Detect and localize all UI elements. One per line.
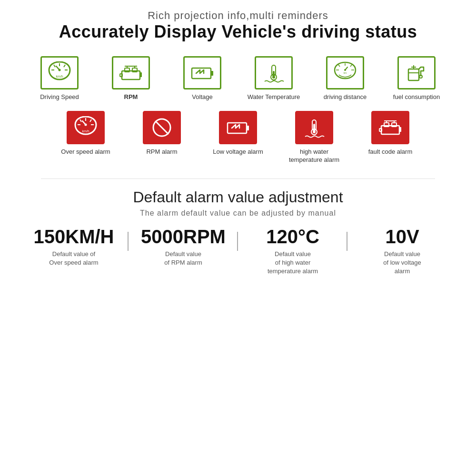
icon-box-fuel-consumption	[397, 56, 436, 89]
speedometer-icon: km/h	[47, 61, 72, 84]
alarm-value-speed-number: 150KM/H	[34, 227, 114, 246]
alarm-value-rpm-number: 5000RPM	[141, 227, 226, 246]
icon-box-driving-distance: km	[326, 56, 364, 89]
icon-item-voltage: Voltage	[171, 56, 233, 101]
icon-item-driving-distance: km driving distance	[314, 56, 376, 101]
over-speed-alarm-icon: km/h	[73, 116, 99, 139]
icon-box-fault-code-alarm	[371, 111, 409, 144]
alarm-value-temp: 120°C Default valueof high watertemperat…	[238, 227, 347, 276]
low-voltage-alarm-icon	[225, 116, 251, 139]
alarm-value-temp-number: 120°C	[266, 227, 319, 246]
icon-label-driving-distance: driving distance	[324, 93, 367, 101]
alarm-section-subtitle: The alarm default value can be adjusted …	[19, 209, 457, 218]
icon-box-low-voltage-alarm	[219, 111, 257, 144]
icon-item-fuel-consumption: fuel consumption	[386, 56, 447, 101]
alarm-value-rpm-desc: Default valueof RPM alarm	[164, 250, 202, 267]
high-water-temp-alarm-icon	[301, 116, 327, 139]
icon-label-driving-speed: Driving Speed	[40, 93, 79, 101]
icon-item-water-temperature: Water Temperature	[243, 56, 305, 101]
svg-line-42	[80, 119, 81, 122]
alarm-value-speed: 150KM/H Default value ofOver speed alarm	[19, 227, 129, 267]
svg-line-43	[90, 119, 91, 122]
icon-label-rpm-alarm: RPM alarm	[146, 148, 177, 156]
alarm-value-voltage: 10V Default valueof low voltagealarm	[347, 227, 457, 276]
svg-text:km/h: km/h	[56, 75, 63, 78]
svg-line-4	[64, 65, 65, 67]
info-icons-row: km/h Driving Speed RPM	[19, 56, 457, 101]
icon-item-high-water-temp-alarm: high water temperature alarm	[283, 111, 345, 164]
alarm-icons-row: km/h Over speed alarm RPM alarm	[19, 111, 457, 164]
icon-item-rpm: RPM	[100, 56, 162, 101]
svg-rect-49	[228, 123, 247, 133]
alarm-section: Default alarm value adjustment The alarm…	[19, 188, 457, 276]
svg-point-32	[344, 69, 346, 71]
icon-box-high-water-temp-alarm	[295, 111, 333, 144]
alarm-value-voltage-number: 10V	[385, 227, 419, 246]
svg-rect-65	[399, 127, 401, 132]
icon-item-over-speed-alarm: km/h Over speed alarm	[55, 111, 117, 156]
icon-label-fuel-consumption: fuel consumption	[393, 93, 440, 101]
svg-line-3	[54, 65, 55, 67]
icon-box-rpm-alarm	[143, 111, 181, 144]
icon-label-over-speed-alarm: Over speed alarm	[61, 148, 110, 156]
icon-item-low-voltage-alarm: Low voltage alarm	[207, 111, 269, 156]
icon-label-rpm: RPM	[124, 93, 138, 101]
icon-box-over-speed-alarm: km/h	[67, 111, 105, 144]
icon-box-water-temperature	[255, 56, 293, 89]
icon-box-rpm	[112, 56, 150, 89]
alarm-value-speed-desc: Default value ofOver speed alarm	[49, 250, 98, 267]
svg-text:km/h: km/h	[82, 129, 89, 133]
svg-point-45	[85, 123, 87, 126]
svg-line-29	[338, 65, 340, 67]
svg-point-6	[59, 69, 61, 71]
svg-line-30	[350, 65, 352, 67]
engine-icon	[118, 61, 144, 84]
svg-rect-50	[247, 126, 249, 130]
icon-label-voltage: Voltage	[192, 93, 212, 101]
svg-rect-15	[120, 74, 122, 77]
icon-item-fault-code-alarm: fault code alarm	[359, 111, 421, 156]
svg-rect-14	[140, 72, 142, 77]
svg-rect-59	[381, 126, 399, 134]
svg-rect-17	[211, 71, 213, 76]
icon-box-driving-speed: km/h	[40, 56, 79, 89]
svg-text:km: km	[344, 71, 347, 74]
header-title: Accurately Display Vehicle's driving sta…	[59, 22, 417, 42]
icon-label-water-temperature: Water Temperature	[248, 93, 300, 101]
svg-line-48	[156, 121, 168, 134]
fuel-icon	[404, 61, 429, 84]
water-temp-icon	[261, 61, 287, 84]
rpm-alarm-icon	[149, 116, 175, 139]
fault-code-alarm-icon	[377, 116, 403, 139]
header-subtitle: Rich projection info,multi reminders	[59, 10, 417, 22]
icon-label-fault-code-alarm: fault code alarm	[368, 148, 413, 156]
icon-label-low-voltage-alarm: Low voltage alarm	[213, 148, 263, 156]
alarm-value-voltage-desc: Default valueof low voltagealarm	[383, 250, 421, 276]
icon-label-high-water-temp-alarm: high water temperature alarm	[289, 148, 339, 164]
svg-rect-34	[408, 69, 419, 80]
svg-rect-8	[122, 71, 140, 79]
alarm-value-rpm: 5000RPM Default valueof RPM alarm	[129, 227, 238, 267]
svg-rect-66	[379, 129, 382, 131]
alarm-values-row: 150KM/H Default value ofOver speed alarm…	[19, 227, 457, 276]
svg-rect-16	[192, 68, 211, 79]
svg-point-36	[419, 75, 422, 78]
header-section: Rich projection info,multi reminders Acc…	[59, 10, 417, 42]
icon-box-voltage	[183, 56, 221, 89]
icon-item-driving-speed: km/h Driving Speed	[29, 56, 90, 101]
driving-distance-icon: km	[332, 61, 358, 84]
battery-icon	[189, 61, 215, 84]
alarm-value-temp-desc: Default valueof high watertemperature al…	[268, 250, 318, 276]
svg-point-25	[272, 76, 275, 79]
icon-item-rpm-alarm: RPM alarm	[131, 111, 193, 156]
svg-point-58	[313, 130, 316, 133]
alarm-section-title: Default alarm value adjustment	[19, 188, 457, 206]
section-divider	[41, 178, 435, 179]
